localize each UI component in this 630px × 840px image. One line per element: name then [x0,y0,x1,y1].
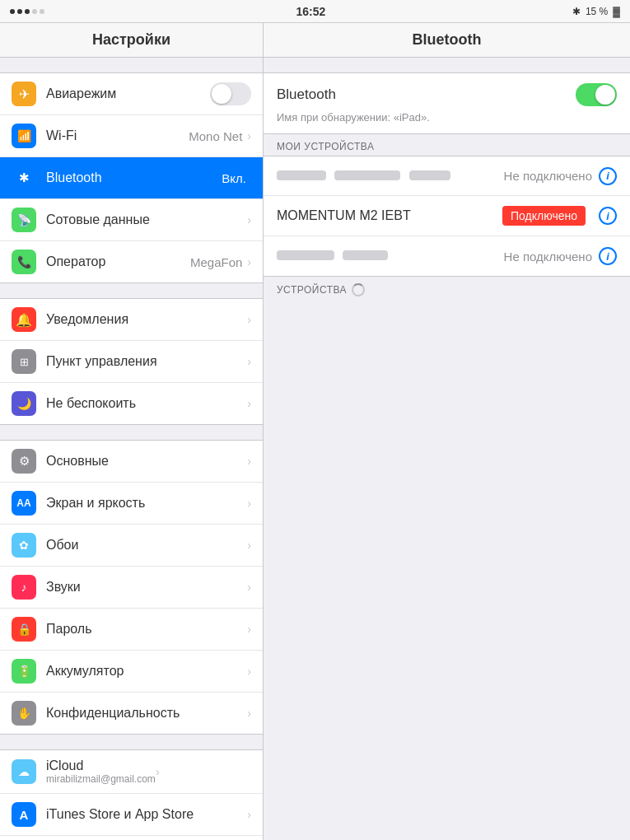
controlcenter-label: Пункт управления [46,354,247,369]
cellular-label: Сотовые данные [46,212,247,227]
settings-item-wallpaper[interactable]: ✿ Обои › [0,525,263,567]
settings-item-passcode[interactable]: 🔒 Пароль › [0,609,263,651]
bt-device-item-1[interactable]: Не подключено i [264,156,630,196]
searching-spinner [352,283,365,296]
bluetooth-header: Bluetooth [264,23,630,58]
settings-item-notifications[interactable]: 🔔 Уведомления › [0,299,263,341]
bluetooth-toggle-row: Bluetooth [277,83,617,106]
general-chevron: › [247,455,251,468]
privacy-chevron: › [247,707,251,720]
bluetooth-main-label: Bluetooth [277,86,336,103]
passcode-icon: 🔒 [12,617,36,642]
settings-item-wifi[interactable]: 📶 Wi-Fi Mono Net › [0,115,263,157]
my-devices-header: МОИ УСТРОЙСТВА [264,134,630,156]
carrier-label: Оператор [46,254,190,269]
airplane-icon: ✈ [12,82,36,106]
status-time: 16:52 [296,5,326,18]
notifications-label: Уведомления [46,312,247,327]
settings-item-mail[interactable]: ✉ Почта, адреса, календари › [0,836,263,840]
cellular-icon: 📡 [12,208,36,232]
status-left [10,9,49,14]
bluetooth-toggle-knob [595,85,615,105]
wifi-label: Wi-Fi [46,128,189,143]
status-right: ✱ 15 % ▓ [572,6,620,17]
status-bar: 16:52 ✱ 15 % ▓ [0,0,630,23]
bluetooth-detail-panel: Bluetooth Bluetooth Имя при обнаружении:… [264,23,630,840]
passcode-label: Пароль [46,622,247,637]
cellular-chevron: › [247,213,251,226]
settings-group-3: ⚙ Основные › AA Экран и яркость › ✿ Обои… [0,440,263,735]
device-3-name-placeholder [277,250,334,260]
momentum-info-button[interactable]: i [599,207,617,225]
device-1-info-button[interactable]: i [599,167,617,185]
settings-item-bluetooth[interactable]: ✱ Bluetooth Вкл. [0,157,263,199]
wallpaper-chevron: › [247,539,251,552]
notifications-chevron: › [247,313,251,326]
battery-label: Аккумулятор [46,664,247,679]
settings-item-controlcenter[interactable]: ⊞ Пункт управления › [0,341,263,383]
display-label: Экран и яркость [46,496,247,511]
settings-item-sounds[interactable]: ♪ Звуки › [0,567,263,609]
settings-item-general[interactable]: ⚙ Основные › [0,441,263,483]
sounds-chevron: › [247,581,251,594]
settings-item-privacy[interactable]: ✋ Конфиденциальность › [0,693,263,734]
settings-group-1: ✈ Авиарежим 📶 Wi-Fi Mono Net › ✱ Bluetoo… [0,72,263,283]
signal-dots [10,9,44,14]
settings-item-icloud[interactable]: ☁ iCloud mirabilizmail@gmail.com › [0,750,263,794]
sounds-label: Звуки [46,580,247,595]
battery-icon: ▓ [613,6,620,17]
device-3-info-button[interactable]: i [599,247,617,265]
my-devices-list: Не подключено i MOMENTUM M2 IEBT Подключ… [264,156,630,277]
itunes-label: iTunes Store и App Store [46,807,247,822]
settings-list-4: ☁ iCloud mirabilizmail@gmail.com › A iTu… [0,749,263,840]
settings-item-airplane[interactable]: ✈ Авиарежим [0,73,263,115]
icloud-info: iCloud mirabilizmail@gmail.com [46,758,156,785]
controlcenter-chevron: › [247,355,251,368]
bluetooth-toggle[interactable] [576,83,617,106]
device-1-name-placeholder [277,170,326,180]
settings-item-cellular[interactable]: 📡 Сотовые данные › [0,199,263,241]
bt-device-item-momentum[interactable]: MOMENTUM M2 IEBT Подключено i [264,196,630,236]
settings-item-battery[interactable]: 🔋 Аккумулятор › [0,651,263,693]
airplane-toggle[interactable] [210,82,251,105]
dnd-icon: 🌙 [12,391,36,416]
settings-group-2: 🔔 Уведомления › ⊞ Пункт управления › 🌙 Н… [0,298,263,425]
device-3-status: Не подключено [504,250,592,264]
settings-group-4: ☁ iCloud mirabilizmail@gmail.com › A iTu… [0,749,263,840]
settings-header: Настройки [0,23,263,58]
battery-settings-icon: 🔋 [12,659,36,684]
itunes-icon: A [12,802,36,827]
itunes-chevron: › [247,808,251,821]
device-1-name [277,169,504,184]
privacy-label: Конфиденциальность [46,706,247,721]
notifications-icon: 🔔 [12,307,36,332]
dnd-chevron: › [247,397,251,410]
wifi-chevron: › [247,129,251,142]
device-3-name [277,249,504,264]
settings-item-dnd[interactable]: 🌙 Не беспокоить › [0,383,263,424]
momentum-device-name: MOMENTUM M2 IEBT [277,208,502,223]
dnd-label: Не беспокоить [46,396,247,411]
carrier-icon: 📞 [12,250,36,274]
settings-item-carrier[interactable]: 📞 Оператор MegaFon › [0,241,263,282]
settings-item-display[interactable]: AA Экран и яркость › [0,483,263,525]
general-label: Основные [46,454,247,469]
carrier-chevron: › [247,255,251,268]
bluetooth-status: Вкл. [222,171,246,185]
icloud-subtitle: mirabilizmail@gmail.com [46,773,156,785]
device-3-name-placeholder2 [343,250,388,260]
battery-percent: 15 % [586,6,608,17]
wifi-value: Mono Net [189,129,242,143]
settings-item-itunes[interactable]: A iTunes Store и App Store › [0,794,263,836]
icloud-icon: ☁ [12,759,36,784]
momentum-device-status: Подключено [502,206,586,226]
sounds-icon: ♪ [12,575,36,600]
general-icon: ⚙ [12,449,36,474]
settings-title: Настройки [92,31,170,48]
settings-list-2: 🔔 Уведомления › ⊞ Пункт управления › 🌙 Н… [0,298,263,425]
wifi-icon: 📶 [12,124,36,148]
settings-list-1: ✈ Авиарежим 📶 Wi-Fi Mono Net › ✱ Bluetoo… [0,72,263,283]
bt-device-item-3[interactable]: Не подключено i [264,236,630,276]
airplane-label: Авиарежим [46,86,210,101]
devices-header-label: УСТРОЙСТВА [277,284,347,296]
